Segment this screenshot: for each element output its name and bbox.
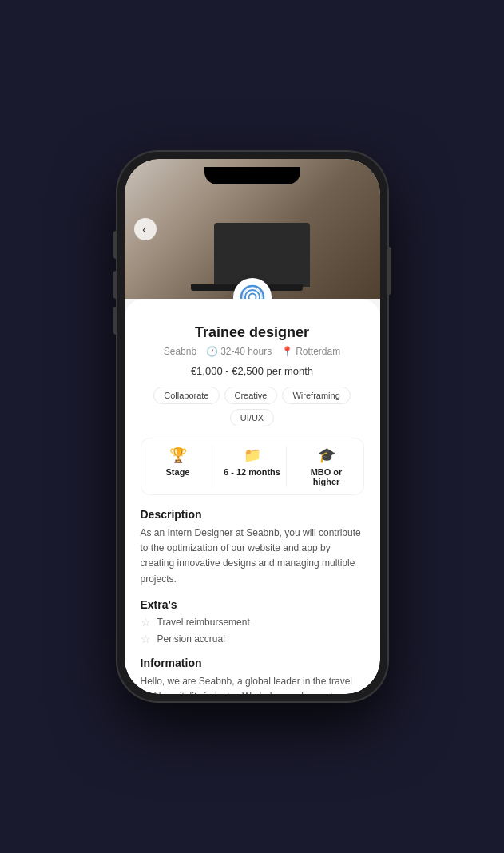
back-button[interactable]: ‹ (134, 218, 157, 240)
location-icon: 📍 (281, 346, 293, 357)
information-text: Hello, we are Seabnb, a global leader in… (141, 674, 364, 694)
hours-info: 🕐 32-40 hours (206, 346, 272, 357)
extra-travel-label: Travel reimbursement (157, 617, 250, 628)
info-boxes: 🏆 Stage 📁 6 - 12 months 🎓 MBO or higher (141, 438, 364, 495)
location-info: 📍 Rotterdam (281, 346, 340, 357)
info-education: 🎓 MBO or higher (293, 446, 360, 486)
tag-collaborate[interactable]: Collaborate (153, 387, 219, 404)
extras-title: Extra's (141, 598, 364, 611)
job-title: Trainee designer (141, 324, 364, 341)
back-icon: ‹ (142, 223, 146, 236)
education-icon: 🎓 (318, 446, 335, 464)
salary: €1,000 - €2,500 per month (141, 365, 364, 377)
tags-container: Collaborate Creative Wireframing UI/UX (141, 387, 364, 426)
svg-point-1 (245, 290, 260, 299)
phone-frame: ‹ Trainee designer Seabnb (117, 151, 388, 702)
stage-icon: 🏆 (169, 446, 187, 464)
extra-travel: ☆ Travel reimbursement (141, 616, 364, 629)
extra-pension-label: Pension accrual (157, 633, 225, 645)
screen: ‹ Trainee designer Seabnb (125, 159, 380, 694)
logo-icon (240, 284, 265, 299)
clock-icon: 🕐 (206, 346, 218, 357)
duration-icon: 📁 (244, 446, 261, 464)
duration-value: 6 - 12 months (224, 467, 280, 477)
content-card: Trainee designer Seabnb 🕐 32-40 hours 📍 … (125, 299, 380, 694)
information-title: Information (141, 657, 364, 669)
stage-value: Stage (166, 467, 190, 477)
star-icon-2: ☆ (141, 633, 151, 645)
tag-wireframing[interactable]: Wireframing (282, 387, 350, 404)
svg-point-2 (248, 294, 256, 300)
tag-creative[interactable]: Creative (224, 387, 278, 404)
phone-screen: ‹ Trainee designer Seabnb (125, 159, 380, 694)
company-name: Seabnb (164, 346, 196, 357)
job-meta: Seabnb 🕐 32-40 hours 📍 Rotterdam (141, 346, 364, 357)
info-stage: 🏆 Stage (145, 446, 212, 486)
tag-uiux[interactable]: UI/UX (230, 409, 274, 426)
notch (204, 167, 300, 184)
company-logo (233, 278, 272, 299)
description-title: Description (141, 508, 364, 521)
star-icon-1: ☆ (141, 616, 151, 629)
extra-pension: ☆ Pension accrual (141, 633, 364, 645)
info-duration: 📁 6 - 12 months (219, 446, 287, 486)
education-value: MBO or higher (296, 467, 357, 486)
description-text: As an Intern Designer at Seabnb, you wil… (141, 526, 364, 587)
